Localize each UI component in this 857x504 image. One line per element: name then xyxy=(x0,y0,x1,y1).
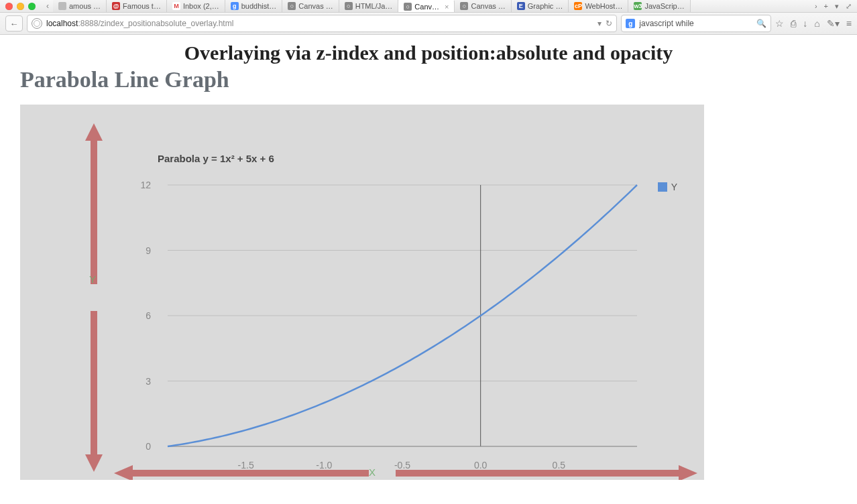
tab-favicon-icon: E xyxy=(517,2,525,10)
browser-tab[interactable]: ○HTML/Ja… xyxy=(339,0,399,12)
tab-favicon-icon xyxy=(58,2,66,10)
y-tick-label: 12 xyxy=(131,180,151,190)
tab-label: JavaScrip… xyxy=(644,2,684,10)
browser-tab[interactable]: ○Canvas … xyxy=(282,0,339,12)
url-host: localhost xyxy=(46,19,78,28)
fullscreen-icon[interactable]: ⤢ xyxy=(846,2,852,11)
page-title: Overlaying via z-index and position:abso… xyxy=(20,42,837,64)
tab-favicon-icon: ○ xyxy=(404,3,412,11)
tab-label: Canvas … xyxy=(298,2,333,10)
tab-favicon-icon: ○ xyxy=(288,2,296,10)
browser-tab[interactable]: cPWebHost… xyxy=(569,0,628,12)
tab-close-icon[interactable]: × xyxy=(445,3,449,11)
tabstrip-overflow-controls: › + ▾ ⤢ xyxy=(815,2,852,11)
svg-marker-3 xyxy=(85,454,103,472)
legend-swatch-icon xyxy=(658,182,667,192)
tab-label: buddhist… xyxy=(241,2,277,10)
page-content: Overlaying via z-index and position:abso… xyxy=(0,42,857,480)
traffic-lights xyxy=(5,3,36,10)
tab-label: amous … xyxy=(69,2,101,10)
tab-label: HTML/Ja… xyxy=(355,2,393,10)
toolbar-right: ☆ ⎙ ↓ ⌂ ✎▾ ≡ xyxy=(775,18,852,29)
browser-tab[interactable]: w3JavaScrip… xyxy=(628,0,690,12)
chart-legend: Y xyxy=(658,182,677,192)
home-icon[interactable]: ⌂ xyxy=(814,18,819,29)
search-engine-icon[interactable]: g xyxy=(626,19,635,28)
tab-label: Inbox (2,… xyxy=(183,2,219,10)
y-tick-label: 6 xyxy=(131,310,151,321)
browser-tab[interactable]: gbuddhist… xyxy=(225,0,283,12)
reload-icon[interactable]: ↻ xyxy=(606,19,612,28)
downloads-icon[interactable]: ↓ xyxy=(803,18,807,29)
svg-marker-1 xyxy=(85,123,103,141)
minimize-window-icon[interactable] xyxy=(17,3,24,10)
tab-favicon-icon: @ xyxy=(112,2,120,10)
browser-tab[interactable]: MInbox (2,… xyxy=(167,0,225,12)
search-bar[interactable]: g javascript while 🔍 xyxy=(621,15,771,32)
x-axis-arrow-overlay xyxy=(114,463,697,480)
chart-title: Parabola y = 1x² + 5x + 6 xyxy=(158,153,274,164)
visualization-container: Parabola y = 1x² + 5x + 6 Y 036912 -1.5-… xyxy=(20,105,704,480)
page-subtitle: Parabola Line Graph xyxy=(20,67,837,92)
y-tick-label: 0 xyxy=(131,441,151,452)
search-input[interactable]: javascript while xyxy=(639,19,752,28)
svg-marker-5 xyxy=(114,465,133,480)
close-window-icon[interactable] xyxy=(5,3,13,10)
line-chart-canvas xyxy=(148,178,644,453)
x-axis-overlay-label: X xyxy=(369,466,376,478)
tab-label: Canv… xyxy=(414,3,439,11)
tab-scroll-right-icon[interactable]: › xyxy=(815,2,817,10)
search-submit-icon[interactable]: 🔍 xyxy=(756,19,766,28)
url-display: localhost:8888/zindex_positionabsolute_o… xyxy=(46,19,593,28)
zoom-window-icon[interactable] xyxy=(28,3,36,10)
customize-icon[interactable]: ✎▾ xyxy=(827,18,840,29)
browser-tabstrip: amous …@Famous t…MInbox (2,…gbuddhist…○C… xyxy=(53,0,815,12)
tab-list-dropdown-icon[interactable]: ▾ xyxy=(835,2,839,11)
tab-favicon-icon: cP xyxy=(574,2,582,10)
clipboard-icon[interactable]: ⎙ xyxy=(791,18,796,29)
new-tab-icon[interactable]: + xyxy=(824,2,828,10)
tab-label: Famous t… xyxy=(123,2,161,10)
site-identity-icon[interactable] xyxy=(32,18,42,29)
browser-toolbar: ← localhost:8888/zindex_positionabsolute… xyxy=(0,13,857,35)
url-path: :8888/zindex_positionabsolute_overlay.ht… xyxy=(78,19,233,28)
bookmark-star-icon[interactable]: ☆ xyxy=(775,18,784,29)
tab-favicon-icon: ○ xyxy=(460,2,468,10)
reader-mode-icon[interactable]: ▾ xyxy=(597,19,602,28)
hamburger-menu-icon[interactable]: ≡ xyxy=(846,18,852,29)
chart-panel: Parabola y = 1x² + 5x + 6 Y 036912 -1.5-… xyxy=(20,105,704,480)
tab-label: WebHost… xyxy=(585,2,622,10)
svg-marker-7 xyxy=(679,465,697,480)
back-button[interactable]: ← xyxy=(5,15,23,32)
browser-tab[interactable]: amous … xyxy=(53,0,107,12)
tab-scroll-left-icon[interactable]: ‹ xyxy=(42,1,53,11)
y-axis-overlay-label: Y xyxy=(89,273,96,285)
address-bar[interactable]: localhost:8888/zindex_positionabsolute_o… xyxy=(27,15,617,32)
browser-tab[interactable]: ○Canv…× xyxy=(398,0,455,12)
browser-tab[interactable]: @Famous t… xyxy=(107,0,167,12)
tab-label: Graphic … xyxy=(528,2,563,10)
y-axis-arrow-overlay xyxy=(84,123,104,472)
browser-tab[interactable]: ○Canvas … xyxy=(455,0,511,12)
window-titlebar: ‹ amous …@Famous t…MInbox (2,…gbuddhist…… xyxy=(0,0,857,13)
browser-tab[interactable]: EGraphic … xyxy=(512,0,569,12)
tab-label: Canvas … xyxy=(471,2,505,10)
tab-favicon-icon: w3 xyxy=(634,2,642,10)
y-tick-label: 9 xyxy=(131,245,151,256)
tab-favicon-icon: ○ xyxy=(345,2,353,10)
legend-label: Y xyxy=(671,182,677,192)
y-tick-label: 3 xyxy=(131,376,151,387)
tab-favicon-icon: M xyxy=(172,2,180,10)
back-arrow-icon: ← xyxy=(10,19,19,29)
tab-favicon-icon: g xyxy=(231,2,239,10)
